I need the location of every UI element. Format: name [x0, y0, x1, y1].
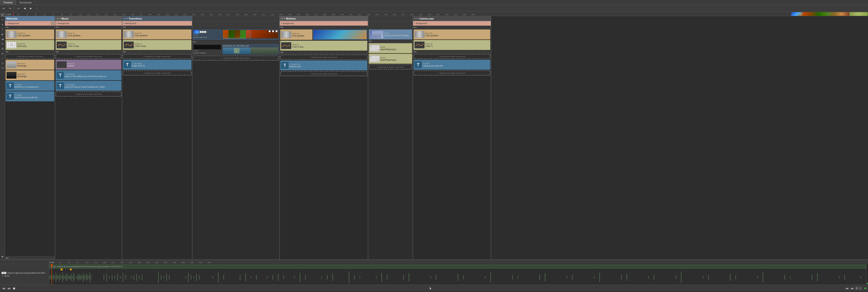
tool-grid[interactable]: ⊞	[0, 46, 5, 51]
music-text2[interactable]: T Tx 00:09.80 Drops Of Glas by MusicPara…	[56, 81, 121, 91]
image-clip-paper2[interactable]: ✎ 00:06 papierflugzeug.pi	[369, 54, 412, 64]
camera-drag-zone2[interactable]: ↓Drag here to create a new track.	[413, 70, 490, 75]
camera-clip-gradient[interactable]: 00:07.30 Color gradient	[413, 29, 490, 39]
svg-rect-33	[86, 274, 87, 281]
camera-clip-linien[interactable]: 00:07.30 Linien 2.	[413, 40, 490, 50]
svg-rect-90	[458, 274, 458, 281]
motions-text1[interactable]: T Tx 00:04.774 Motions.Mov	[280, 60, 367, 70]
tool-extra1[interactable]: ⊡	[0, 61, 5, 65]
image-clip-cottonbro[interactable]: 00:09 pexels-cottonbro-4972708.jpg	[369, 29, 412, 39]
audio-ruler: 0 min 3 6 9 12 15 18 21 24 27 30 33 36 3…	[0, 260, 868, 264]
svg-rect-96	[539, 275, 540, 280]
tab-storyboard[interactable]: Storyboard	[16, 0, 35, 5]
svg-rect-27	[80, 276, 80, 279]
welcome-lock-btn[interactable]: 🔒	[51, 22, 54, 25]
zoom-out[interactable]: -	[859, 287, 862, 290]
svg-rect-57	[185, 276, 186, 279]
svg-rect-52	[158, 271, 159, 283]
playback-next[interactable]: ⏭	[845, 286, 849, 291]
music-clip-particle[interactable]: 00:10.70 Particle	[56, 60, 121, 70]
section-music: — • Music ■ Background ◀◀ 00:10.70 Color	[55, 16, 122, 259]
tool-text[interactable]: T	[0, 27, 5, 31]
svg-rect-62	[199, 275, 199, 280]
svg-rect-86	[403, 275, 404, 280]
music-drag-zone2[interactable]: ↓Drag here to create a new track.	[56, 92, 121, 97]
transitions-clip-gradient[interactable]: 00:05.10 Color gradient	[123, 29, 191, 39]
playback-prev[interactable]: ⏮	[7, 286, 11, 291]
image-drag-zone[interactable]: ↓Drag here to create a new track.	[369, 65, 412, 70]
svg-rect-76	[305, 275, 306, 280]
svg-rect-98	[567, 276, 567, 279]
welcome-clip-rect1[interactable]: 00:06.971 Rectangle	[5, 60, 54, 70]
transitions-header: — • Transitions	[122, 16, 192, 21]
svg-rect-37	[91, 275, 91, 280]
playback-play[interactable]: ⏵	[429, 286, 433, 291]
toolbar-prev-frame[interactable]: ⬅	[16, 6, 21, 11]
motions-drag-zone[interactable]: ↓Drag here to create a new track.	[280, 54, 367, 60]
playback-end[interactable]: ⏭	[850, 286, 855, 291]
video-drag-zone[interactable]: ↓Drag here to create a new track.	[193, 56, 279, 61]
svg-rect-115	[790, 276, 790, 279]
video-clip-nixabay[interactable]: 00:03 pexels-nixabay	[193, 44, 222, 54]
toolbar-check[interactable]: ✓	[34, 6, 40, 11]
tool-extra3[interactable]: ◉	[0, 254, 5, 258]
welcome-text1[interactable]: T Tx 00:07 Welcome to %AppName%	[5, 81, 54, 91]
toolbar-arrow-left[interactable]: ◀	[22, 6, 27, 11]
welcome-clip-gradient[interactable]: 00:06.971 Color gradient	[5, 29, 54, 39]
tool-remove[interactable]: ⊟	[0, 51, 5, 56]
svg-rect-65	[223, 275, 224, 280]
toolbar-arrow-right[interactable]: ▶	[28, 6, 34, 11]
toolbar-undo[interactable]: ↩	[1, 6, 6, 11]
svg-rect-103	[626, 274, 627, 281]
welcome-clip-rect2[interactable]: 00:06.971 Rectangle	[5, 70, 54, 80]
camera-text1[interactable]: T Tx 00:07 Camera pan.Move the	[413, 60, 490, 70]
svg-rect-104	[648, 276, 649, 279]
tool-split[interactable]: ✂	[0, 18, 5, 22]
welcome-drag-zone[interactable]: ↓ Drag here to create a new track.	[5, 54, 54, 59]
zoom-in[interactable]: +	[855, 287, 858, 290]
svg-rect-35	[89, 276, 89, 279]
toolbar-redo[interactable]: ↪	[7, 6, 13, 11]
transitions-bg-header: ■ Background	[122, 21, 192, 26]
motions-image-right[interactable]	[313, 29, 367, 40]
svg-rect-26	[79, 274, 79, 281]
welcome-text2[interactable]: T Tx 00:07 Start the preview with the	[5, 91, 54, 101]
svg-rect-13	[63, 275, 64, 280]
tab-timeline[interactable]: Timeline	[0, 0, 16, 5]
welcome-clip-linien[interactable]: Ⓐ 00:06.971 linien.png	[5, 40, 54, 50]
transitions-drag-zone[interactable]: ↓Drag here to create a new track.	[123, 54, 191, 59]
camera-drag-zone[interactable]: ↓Drag here to create a new track.	[413, 54, 490, 59]
video-clip-prod1[interactable]: ⬜ ⬜ ⬜ 07.774 production ID_4811872.mp4	[222, 29, 279, 40]
music-clip-linien[interactable]: 00:10.70 Linien 2.png	[56, 40, 121, 50]
motions-clip-gradient[interactable]: 00:05.10 Color gradien	[280, 29, 312, 40]
transitions-text1[interactable]: T Tx 00:04.85 Fades Click th	[123, 60, 191, 70]
svg-rect-92	[485, 276, 485, 279]
playback-start[interactable]: ⏮	[2, 286, 6, 291]
svg-rect-108	[703, 276, 703, 279]
tool-add[interactable]: ⊕	[0, 23, 5, 27]
tool-extra2[interactable]: ⊟	[0, 66, 5, 70]
tool-play[interactable]: ▶	[0, 32, 5, 36]
video-clip-alex[interactable]: ▶ ⬜⬜⬜ 00:03 pexels-alex-may	[193, 29, 222, 40]
image-clip-paper1[interactable]: ✎ 00:06 papierflugzeug.pi	[369, 43, 412, 53]
svg-rect-45	[123, 273, 123, 282]
music-drag-zone[interactable]: ↓Drag here to create a new track.	[56, 54, 121, 59]
playback-record[interactable]: ⏺	[12, 286, 16, 291]
svg-rect-25	[78, 275, 78, 280]
tool-cursor[interactable]: ↕	[0, 13, 5, 17]
svg-rect-5	[55, 276, 55, 279]
video-clip-prod2[interactable]: production ID_4811865.mp4	[222, 44, 279, 54]
tool-rotate[interactable]: ⟳	[0, 42, 5, 46]
svg-rect-59	[191, 275, 191, 280]
tool-back[interactable]: ◀	[0, 37, 5, 41]
transitions-drag-zone2[interactable]: ↓Drag here to create a new track.	[123, 70, 191, 75]
welcome-bg-header: ■ Background 🔒	[5, 21, 55, 26]
transitions-clip-linien[interactable]: 00:05.10 Linien 2.png	[123, 40, 191, 50]
music-text1[interactable]: T Tx 00:10.40 Music.In the toolbar you w…	[56, 70, 121, 80]
music-clip-gradient[interactable]: 00:10.70 Color gradient	[56, 29, 121, 39]
svg-rect-42	[115, 276, 115, 279]
motions-clip-linien[interactable]: 00:05.10 Linien 2.png	[280, 41, 367, 51]
svg-rect-113	[763, 272, 763, 282]
tool-more[interactable]: ⋮	[0, 56, 5, 60]
motions-drag-zone2[interactable]: ↓Drag here to create a new track.	[280, 71, 367, 76]
